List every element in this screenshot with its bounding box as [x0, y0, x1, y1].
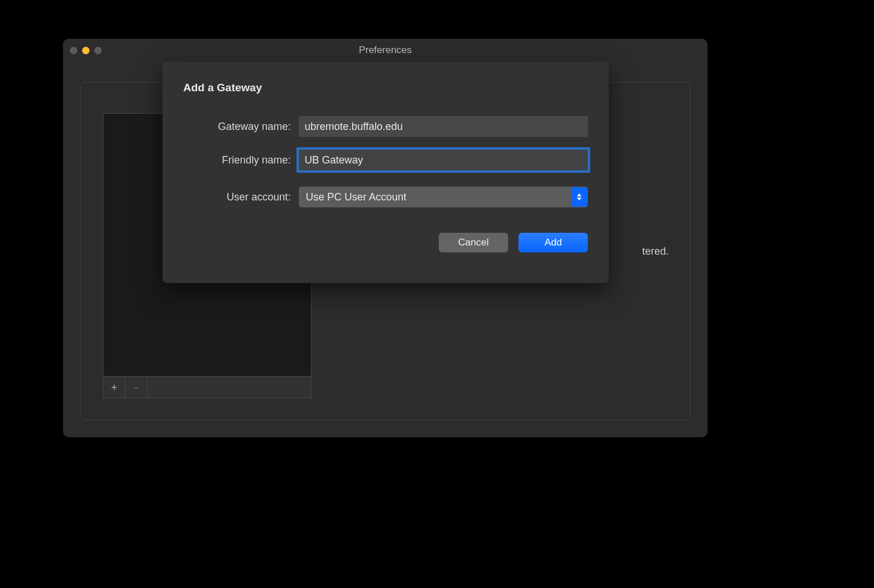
titlebar[interactable]: Preferences — [63, 39, 708, 62]
add-gateway-sheet: Add a Gateway Gateway name: Friendly nam… — [162, 62, 609, 283]
chevron-down-icon — [577, 198, 582, 200]
plus-icon: + — [111, 382, 117, 394]
close-window-button[interactable] — [70, 47, 77, 54]
gateway-name-input[interactable] — [299, 116, 588, 137]
select-caret-icon — [571, 187, 587, 207]
user-account-label: User account: — [183, 191, 299, 203]
remove-gateway-list-button[interactable]: − — [125, 377, 147, 399]
form-row-friendly-name: Friendly name: — [183, 150, 588, 170]
background-message-fragment: tered. — [642, 245, 669, 258]
maximize-window-button[interactable] — [94, 47, 102, 54]
form-row-user-account: User account: Use PC User Account — [183, 187, 588, 207]
add-button[interactable]: Add — [519, 233, 588, 252]
friendly-name-label: Friendly name: — [183, 154, 299, 166]
minimize-window-button[interactable] — [82, 47, 90, 54]
traffic-lights — [70, 47, 102, 54]
friendly-name-input[interactable] — [299, 150, 588, 170]
user-account-selected-value: Use PC User Account — [306, 191, 406, 203]
gateway-name-label: Gateway name: — [183, 121, 299, 133]
user-account-select[interactable]: Use PC User Account — [299, 187, 588, 207]
cancel-button[interactable]: Cancel — [439, 233, 508, 252]
add-gateway-list-button[interactable]: + — [103, 377, 125, 399]
window-title: Preferences — [359, 44, 412, 56]
sheet-button-row: Cancel Add — [183, 233, 588, 252]
minus-icon: − — [133, 382, 139, 394]
form-row-gateway-name: Gateway name: — [183, 116, 588, 137]
chevron-up-icon — [577, 193, 582, 196]
sheet-title: Add a Gateway — [183, 81, 588, 94]
gateway-list-footer: + − — [103, 376, 311, 398]
